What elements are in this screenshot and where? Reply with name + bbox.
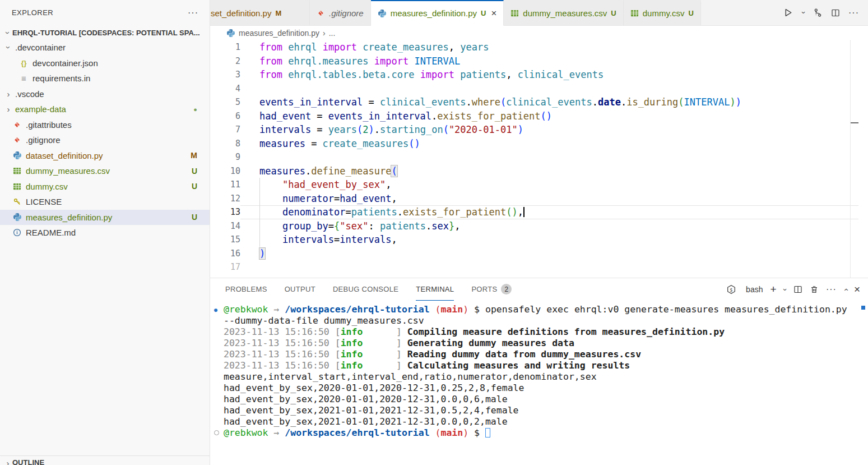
code-line-15[interactable]: 15 intervals=intervals,: [210, 233, 858, 247]
more-actions-icon[interactable]: ···: [848, 10, 859, 16]
code-text: measures = create_measures(): [240, 137, 858, 151]
code-text: group_by={"sex": patients.sex},: [240, 219, 858, 233]
code-line-10[interactable]: 10measures.define_measure(: [210, 164, 858, 178]
git-status-badge: U: [481, 9, 486, 17]
code-line-12[interactable]: 12 numerator=had_event,: [210, 192, 858, 206]
panel-tab-terminal[interactable]: TERMINAL: [416, 278, 454, 301]
tab-dummy-csv[interactable]: dummy.csvU: [624, 0, 701, 26]
close-panel-icon[interactable]: ×: [854, 283, 860, 296]
sidebar-item--gitattributes[interactable]: .gitattributes: [0, 117, 210, 133]
workspace-root-label: EHRQL-TUTORIAL [CODESPACES: POTENTIAL SP…: [12, 29, 200, 37]
sidebar-item-dummy-measures-csv[interactable]: dummy_measures.csvU: [0, 163, 210, 179]
sidebar-item-measures-definition-py[interactable]: measures_definition.pyU: [0, 210, 210, 225]
explorer-header: EXPLORER ···: [0, 0, 210, 25]
code-line-7[interactable]: 7intervals = years(2).starting_on("2020-…: [210, 123, 858, 137]
panel-header: PROBLEMSOUTPUTDEBUG CONSOLETERMINALPORTS…: [210, 278, 868, 301]
workspace-root-row[interactable]: › EHRQL-TUTORIAL [CODESPACES: POTENTIAL …: [0, 25, 210, 40]
panel-tab-problems[interactable]: PROBLEMS: [225, 278, 267, 301]
explorer-more-icon[interactable]: ···: [188, 10, 198, 16]
sidebar-item--vscode[interactable]: ›.vscode: [0, 86, 210, 102]
breadcrumb-file[interactable]: measures_definition.py: [239, 29, 319, 38]
bash-terminal-icon: $: [726, 284, 736, 294]
json-icon: {}: [19, 59, 29, 67]
code-line-11[interactable]: 11 "had_event_by_sex",: [210, 178, 858, 192]
python-icon: [12, 151, 22, 160]
tab--gitignore[interactable]: .gitignore: [310, 0, 371, 26]
code-line-17[interactable]: 17: [210, 260, 858, 274]
code-text: intervals = years(2).starting_on("2020-0…: [240, 123, 858, 137]
outline-label: OUTLINE: [12, 458, 44, 465]
file-label: .gitattributes: [26, 120, 72, 130]
breadcrumb[interactable]: measures_definition.py › ...: [210, 26, 868, 40]
shell-label: bash: [746, 285, 763, 294]
line-number: 16: [210, 247, 240, 261]
code-line-9[interactable]: 9: [210, 150, 858, 164]
tab-bar: set_definition.pyM.gitignoremeasures_def…: [210, 0, 868, 26]
terminal-line-5: 2023-11-13 15:16:50 [info ] Reading dumm…: [224, 349, 868, 360]
line-number: 9: [210, 150, 240, 164]
git-status-badge: M: [191, 151, 197, 160]
code-line-13[interactable]: 13 denominator=patients.exists_for_patie…: [210, 205, 858, 219]
run-button-icon[interactable]: [783, 8, 793, 17]
line-number: 4: [210, 82, 240, 96]
tab-measures-definition-py[interactable]: measures_definition.pyU×: [371, 0, 504, 26]
panel-tab-output[interactable]: OUTPUT: [285, 278, 315, 301]
terminal-profile-dropdown-icon[interactable]: ›: [781, 288, 789, 291]
csv-icon: [12, 182, 22, 191]
code-line-1[interactable]: 1from ehrql import create_measures, year…: [210, 40, 858, 54]
tab-set-definition-py[interactable]: set_definition.pyM: [210, 0, 310, 26]
code-line-16[interactable]: 16): [210, 247, 858, 261]
sidebar-item-devcontainer-json[interactable]: {}devcontainer.json: [0, 56, 210, 71]
breadcrumb-more[interactable]: ...: [329, 29, 336, 38]
sidebar-item--devcontainer[interactable]: ›.devcontainer: [0, 40, 210, 56]
code-editor[interactable]: 1from ehrql import create_measures, year…: [210, 40, 868, 278]
git-status-badge: U: [192, 182, 197, 191]
code-line-5[interactable]: 5events_in_interval = clinical_events.wh…: [210, 95, 858, 109]
outline-section[interactable]: › OUTLINE: [0, 455, 210, 465]
code-line-8[interactable]: 8measures = create_measures(): [210, 137, 858, 151]
code-lines[interactable]: 1from ehrql import create_measures, year…: [210, 40, 858, 274]
panel-tab-debug-console[interactable]: DEBUG CONSOLE: [333, 278, 398, 301]
code-text: [240, 150, 858, 164]
breadcrumb-separator-icon: ›: [323, 29, 326, 38]
tab-label: .gitignore: [329, 8, 364, 18]
git-icon: [12, 121, 22, 129]
run-dropdown-icon[interactable]: ›: [801, 8, 805, 17]
command-executed-icon[interactable]: ●: [214, 305, 217, 316]
split-terminal-icon[interactable]: [793, 285, 802, 294]
git-status-badge: U: [611, 9, 616, 17]
tab-dummy-measures-csv[interactable]: dummy_measures.csvU: [504, 0, 623, 26]
sidebar-item-dataset-definition-py[interactable]: dataset_definition.pyM: [0, 148, 210, 164]
new-terminal-button[interactable]: +: [770, 283, 776, 296]
sidebar-item-readme-md[interactable]: README.md: [0, 225, 210, 241]
split-editor-icon[interactable]: [831, 8, 840, 17]
sidebar-item-dummy-csv[interactable]: dummy.csvU: [0, 179, 210, 195]
panel-tab-ports[interactable]: PORTS2: [471, 278, 512, 301]
maximize-panel-icon[interactable]: ›: [841, 288, 850, 291]
close-tab-icon[interactable]: ×: [491, 10, 496, 17]
sidebar-item-requirements-in[interactable]: ≡requirements.in: [0, 71, 210, 86]
code-line-6[interactable]: 6had_event = events_in_interval.exists_f…: [210, 109, 858, 123]
tab-label: dummy.csv: [643, 8, 685, 18]
file-tree: ›.devcontainer{}devcontainer.json≡requir…: [0, 40, 210, 241]
code-line-2[interactable]: 2from ehrql.measures import INTERVAL: [210, 54, 858, 68]
code-text: measures.define_measure(: [240, 164, 858, 178]
terminal-output[interactable]: ●@rebkwok → /workspaces/ehrql-tutorial (…: [210, 304, 868, 465]
overview-ruler[interactable]: [850, 40, 859, 278]
sidebar-item-license[interactable]: LICENSE: [0, 194, 210, 210]
code-line-4[interactable]: 4: [210, 82, 858, 96]
kill-terminal-icon[interactable]: [810, 285, 819, 294]
sidebar-item--gitignore[interactable]: .gitignore: [0, 132, 210, 148]
svg-text:$: $: [730, 287, 732, 293]
command-prompt-icon[interactable]: [214, 430, 219, 435]
line-number: 14: [210, 219, 240, 233]
panel-more-icon[interactable]: ···: [826, 287, 837, 292]
code-line-3[interactable]: 3from ehrql.tables.beta.core import pati…: [210, 68, 858, 82]
terminal-line-9: had_event_by_sex,2020-01-01,2020-12-31,0…: [224, 394, 868, 405]
code-text: from ehrql.measures import INTERVAL: [240, 54, 858, 68]
code-text: "had_event_by_sex",: [240, 178, 858, 192]
source-control-graph-icon[interactable]: [813, 8, 823, 17]
python-icon: [12, 213, 22, 222]
sidebar-item-example-data[interactable]: ›example-data●: [0, 102, 210, 117]
code-line-14[interactable]: 14 group_by={"sex": patients.sex},: [210, 219, 858, 233]
